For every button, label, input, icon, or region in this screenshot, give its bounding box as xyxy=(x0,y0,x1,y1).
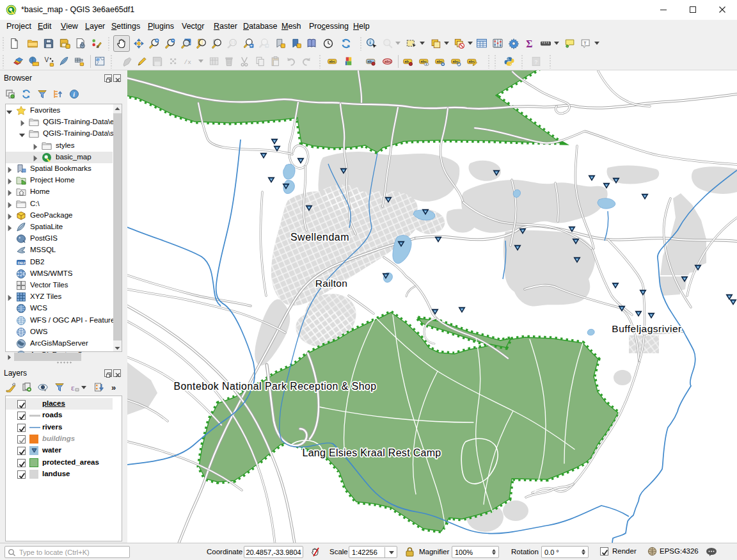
svg-text:Σ: Σ xyxy=(526,38,532,49)
svg-text:1:1: 1:1 xyxy=(231,41,235,44)
svg-text:Bontebok National Park Recepti: Bontebok National Park Reception & Shop xyxy=(173,381,376,392)
svg-text:abc: abc xyxy=(468,60,475,63)
svg-text:abc: abc xyxy=(384,59,392,63)
svg-text:Buffeljagsrivier: Buffeljagsrivier xyxy=(612,323,681,334)
svg-text:ab: ab xyxy=(404,60,409,63)
svg-text:/x: /x xyxy=(184,59,192,66)
svg-text:Lang Elsies Kraal Rest Camp: Lang Elsies Kraal Rest Camp xyxy=(302,447,441,458)
svg-text:ab: ab xyxy=(367,60,372,63)
svg-text:?: ? xyxy=(534,59,537,65)
svg-text:T: T xyxy=(583,40,587,46)
svg-text:Swellendam: Swellendam xyxy=(290,232,349,243)
svg-text:DB2: DB2 xyxy=(18,261,26,265)
svg-text:abc: abc xyxy=(329,60,336,63)
svg-text:ε: ε xyxy=(71,383,75,392)
svg-text:Railton: Railton xyxy=(315,278,347,289)
svg-text:i: i xyxy=(73,91,75,98)
